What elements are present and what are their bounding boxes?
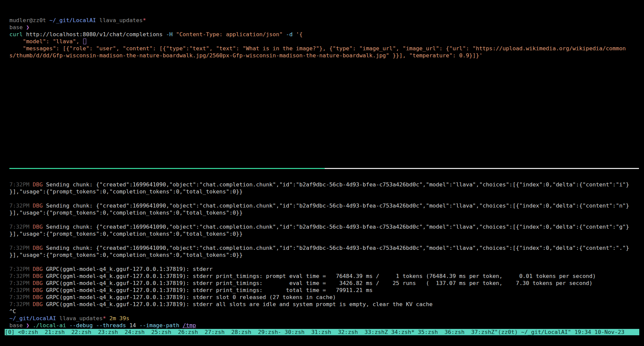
terminal-line: curl http://localhost:8080/v1/chat/compl…: [9, 31, 626, 38]
terminal-window: mudler@zz0t ~/_git/LocalAI llava_updates…: [0, 0, 644, 346]
terminal-line: 7:32PM DBG GRPC(ggml-model-q4_k.gguf-127…: [9, 301, 629, 308]
terminal-line: [9, 216, 629, 223]
text-segment: -H: [166, 31, 176, 38]
text-segment: GRPC(ggml-model-q4_k.gguf-127.0.0.1:3781…: [46, 301, 432, 307]
text-segment: "Content-Type: application/json": [176, 31, 286, 38]
terminal-line: 7:32PM DBG Sending chunk: {"created":169…: [9, 223, 629, 230]
terminal-line: "messages": [{"role": "user", "content":…: [9, 45, 626, 52]
text-segment: GRPC(ggml-model-q4_k.gguf-127.0.0.1:3781…: [46, 280, 592, 286]
text-segment: GRPC(ggml-model-q4_k.gguf-127.0.0.1:3781…: [46, 266, 213, 272]
text-segment: 7:32PM: [9, 181, 33, 188]
text-segment: Sending chunk: {"created":1699641090,"ob…: [46, 224, 629, 230]
text-segment: base: [9, 322, 26, 329]
text-segment: llava_updates: [96, 17, 143, 23]
text-segment: Sending chunk: {"created":1699641090,"ob…: [46, 245, 629, 251]
terminal-line: 7:32PM DBG GRPC(ggml-model-q4_k.gguf-127…: [9, 294, 629, 301]
terminal-line: }],"usage":{"prompt_tokens":0,"completio…: [9, 188, 629, 195]
text-segment: ./local-ai: [33, 322, 69, 329]
text-segment: }],"usage":{"prompt_tokens":0,"completio…: [9, 231, 243, 237]
text-segment: "model": "llava",: [9, 38, 83, 45]
text-segment: base: [9, 24, 26, 31]
terminal-line: 7:32PM DBG Sending chunk: {"created":169…: [9, 202, 629, 209]
terminal-line: [9, 195, 629, 202]
terminal-line: 7:32PM DBG GRPC(ggml-model-q4_k.gguf-127…: [9, 287, 629, 294]
text-segment: DBG: [33, 294, 46, 300]
terminal-line: s/thumb/d/dd/Gfp-wisconsin-madison-the-n…: [9, 52, 626, 59]
text-segment: s/thumb/d/dd/Gfp-wisconsin-madison-the-n…: [9, 52, 483, 59]
text-segment: *: [103, 315, 106, 322]
text-segment: DBG: [33, 245, 46, 251]
text-segment: 7:32PM: [9, 224, 33, 230]
pane-separator-active-segment: [9, 168, 325, 169]
terminal-pane-top[interactable]: mudler@zz0t ~/_git/LocalAI llava_updates…: [9, 17, 626, 59]
text-segment: 7:32PM: [9, 280, 33, 286]
text-segment: 14: [129, 322, 140, 329]
text-segment: 7:32PM: [9, 301, 33, 307]
text-segment: curl: [9, 31, 26, 38]
text-segment: ~/_git/LocalAI: [49, 17, 96, 23]
text-segment: DBG: [33, 287, 46, 293]
terminal-line: 7:32PM DBG Sending chunk: {"created":169…: [9, 244, 629, 251]
text-segment: ❯: [26, 24, 30, 31]
text-segment: "messages": [{"role": "user", "content":…: [9, 45, 626, 52]
text-segment: ~/_git/LocalAI: [9, 315, 56, 322]
text-segment: --image-path: [139, 322, 182, 329]
terminal-line: base ❯ ./local-ai --debug --threads 14 -…: [9, 322, 629, 329]
text-segment: GRPC(ggml-model-q4_k.gguf-127.0.0.1:3781…: [46, 294, 336, 300]
text-segment: ^C: [9, 308, 16, 314]
text-segment: Sending chunk: {"created":1699641090,"ob…: [46, 181, 629, 188]
terminal-line: ^C: [9, 308, 629, 315]
text-segment: DBG: [33, 280, 46, 286]
text-segment: DBG: [33, 301, 46, 307]
tmux-status-bar[interactable]: [0] <0:zsh 21:zsh 22:zsh 23:zsh 24:zsh 2…: [5, 329, 639, 335]
text-segment: 7:32PM: [9, 245, 33, 251]
text-segment: GRPC(ggml-model-q4_k.gguf-127.0.0.1:3781…: [46, 273, 596, 279]
terminal-line: 7:32PM DBG GRPC(ggml-model-q4_k.gguf-127…: [9, 266, 629, 273]
terminal-line: }],"usage":{"prompt_tokens":0,"completio…: [9, 230, 629, 237]
terminal-line: 7:32PM DBG Sending chunk: {"created":169…: [9, 181, 629, 188]
text-segment: }],"usage":{"prompt_tokens":0,"completio…: [9, 210, 243, 216]
terminal-line: 7:32PM DBG GRPC(ggml-model-q4_k.gguf-127…: [9, 280, 629, 287]
text-segment: DBG: [33, 266, 46, 272]
text-segment: DBG: [33, 273, 46, 279]
text-segment: 7:32PM: [9, 273, 33, 279]
terminal-line: [9, 258, 629, 266]
text-segment: '{: [296, 31, 303, 38]
terminal-pane-bottom[interactable]: 7:32PM DBG Sending chunk: {"created":169…: [9, 181, 629, 329]
pane-separator-inactive-segment: [325, 168, 639, 169]
text-segment: llava_updates: [56, 315, 103, 322]
terminal-line: mudler@zz0t ~/_git/LocalAI llava_updates…: [9, 17, 626, 24]
text-segment: DBG: [33, 181, 46, 188]
text-segment: mudler@zz0t: [9, 17, 49, 23]
terminal-line: base ❯: [9, 24, 626, 31]
tmux-pane-separator[interactable]: [9, 168, 639, 169]
text-segment: ❯: [26, 322, 33, 329]
text-segment: 7:32PM: [9, 203, 33, 209]
terminal-line: }],"usage":{"prompt_tokens":0,"completio…: [9, 209, 629, 216]
text-segment: 7:32PM: [9, 287, 33, 293]
terminal-line: [9, 237, 629, 244]
text-segment: --debug --threads: [69, 322, 129, 329]
text-segment: DBG: [33, 203, 46, 209]
text-segment: *: [143, 17, 146, 23]
text-segment: }],"usage":{"prompt_tokens":0,"completio…: [9, 188, 243, 195]
text-segment: http://localhost:8080/v1/chat/completion…: [26, 31, 166, 38]
text-segment: 7:32PM: [9, 266, 33, 272]
text-segment: 2m 39s: [106, 315, 129, 322]
terminal-cursor: [83, 39, 86, 44]
terminal-line: 7:32PM DBG GRPC(ggml-model-q4_k.gguf-127…: [9, 273, 629, 280]
text-segment: GRPC(ggml-model-q4_k.gguf-127.0.0.1:3781…: [46, 287, 373, 293]
text-segment: /tmp: [183, 322, 196, 329]
text-segment: Sending chunk: {"created":1699641090,"ob…: [46, 203, 629, 209]
terminal-line: ~/_git/LocalAI llava_updates* 2m 39s: [9, 315, 629, 322]
text-segment: DBG: [33, 224, 46, 230]
text-segment: 7:32PM: [9, 294, 33, 300]
text-segment: -d: [286, 31, 296, 38]
text-segment: }],"usage":{"prompt_tokens":0,"completio…: [9, 252, 243, 258]
terminal-line: "model": "llava",: [9, 38, 626, 45]
tmux-status-text: [0] <0:zsh 21:zsh 22:zsh 23:zsh 24:zsh 2…: [5, 329, 625, 335]
terminal-line: }],"usage":{"prompt_tokens":0,"completio…: [9, 251, 629, 258]
